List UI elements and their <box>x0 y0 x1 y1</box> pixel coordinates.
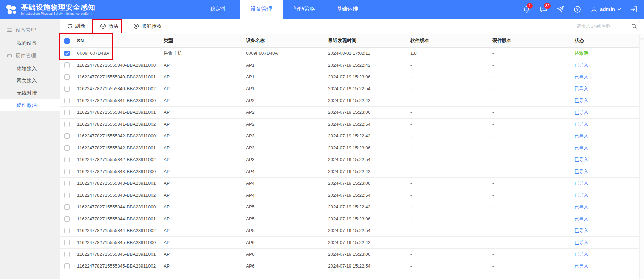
table-row[interactable]: 1162247782715555844-BBA23911002 AP AP5 2… <box>60 225 639 236</box>
revoke-label: 取消授权 <box>141 23 162 29</box>
row-checkbox[interactable] <box>64 122 70 127</box>
row-checkbox[interactable] <box>64 145 70 151</box>
status-text[interactable]: 已导入 <box>575 181 589 186</box>
row-checkbox[interactable] <box>64 252 70 257</box>
status-text[interactable]: 已导入 <box>575 74 589 79</box>
table-row[interactable]: 1162247782715555840-BBA23911001 AP AP1 2… <box>60 71 639 83</box>
notification-bell-icon[interactable]: 1 <box>523 5 531 14</box>
sidebar-item-terminal-access[interactable]: 终端接入 <box>0 62 60 75</box>
status-text[interactable]: 已导入 <box>575 228 589 233</box>
row-checkbox-cell <box>60 248 74 260</box>
status-text[interactable]: 已导入 <box>575 133 589 138</box>
row-checkbox[interactable] <box>64 181 70 186</box>
table-row[interactable]: 1162247782715555842-BBA23911000 AP AP3 2… <box>60 130 639 142</box>
status-text[interactable]: 已导入 <box>575 193 589 198</box>
row-checkbox[interactable] <box>64 86 70 92</box>
table-row[interactable]: 1162247782715555840-BBA23911000 AP AP1 2… <box>60 59 639 71</box>
table-row[interactable]: 1162247782715555845-BBA23911000 AP AP6 2… <box>60 236 639 248</box>
table-row[interactable]: 1162247782715555843-BBA23911002 AP AP4 2… <box>60 189 639 201</box>
table-row[interactable]: 1162247782715555842-BBA23911002 AP AP3 2… <box>60 154 639 166</box>
status-text[interactable]: 已导入 <box>575 216 589 221</box>
row-checkbox[interactable] <box>64 133 70 139</box>
nav-tab-device-management[interactable]: 设备管理 <box>240 0 283 19</box>
status-text[interactable]: 已导入 <box>575 98 589 103</box>
status-text[interactable]: 已导入 <box>575 62 589 68</box>
table-row[interactable]: 1162247782715555845-BBA23911002 AP AP6 2… <box>60 260 639 272</box>
vertical-scrollbar[interactable] <box>639 34 644 279</box>
search-icon[interactable] <box>631 23 637 29</box>
send-icon[interactable] <box>556 5 565 14</box>
sidebar-group-hardware-management[interactable]: 硬件管理 <box>0 49 60 62</box>
sidebar-item-hardware-activation[interactable]: 硬件激活 <box>0 99 60 111</box>
sidebar-item-wireless-access[interactable]: 无线对接 <box>0 87 60 99</box>
table-row[interactable]: 1162247782715555841-BBA23911001 AP AP2 2… <box>60 106 639 118</box>
status-text[interactable]: 已导入 <box>575 252 589 257</box>
activate-button[interactable]: 激活 <box>100 23 118 29</box>
table-row[interactable]: 1162247782715555842-BBA23911001 AP AP3 2… <box>60 142 639 154</box>
sidebar-item-gateway-access[interactable]: 网关接入 <box>0 75 60 87</box>
cell-time: 2024-07-19 15:23:06 <box>325 71 407 83</box>
row-checkbox-cell <box>60 47 74 59</box>
status-text[interactable]: 已导入 <box>575 263 589 269</box>
row-checkbox[interactable] <box>64 263 70 269</box>
cell-sw: - <box>407 177 489 189</box>
status-text[interactable]: 已导入 <box>575 145 589 150</box>
status-text[interactable]: 已导入 <box>575 110 589 115</box>
cell-name: AP1 <box>243 59 325 71</box>
help-icon[interactable]: ? <box>573 5 581 14</box>
row-checkbox[interactable] <box>64 193 70 198</box>
table-row[interactable]: 1162247782715555845-BBA23911001 AP AP6 2… <box>60 248 639 260</box>
nav-tab-smart-policy[interactable]: 智能策略 <box>283 0 326 19</box>
table-row[interactable]: 1162247782715555844-BBA23911001 AP AP5 2… <box>60 213 639 225</box>
row-checkbox[interactable] <box>64 228 70 233</box>
cell-time: 2024-07-19 15:22:54 <box>325 189 407 201</box>
cell-status: 已导入 <box>571 95 639 106</box>
row-checkbox[interactable] <box>64 204 70 210</box>
status-text[interactable]: 已导入 <box>575 240 589 245</box>
nav-tab-stability[interactable]: 稳定性 <box>197 0 240 19</box>
row-checkbox[interactable] <box>64 157 70 162</box>
status-text[interactable]: 已导入 <box>575 86 589 91</box>
sidebar-item-my-devices[interactable]: 我的设备 <box>0 37 60 49</box>
refresh-button[interactable]: 刷新 <box>67 23 85 29</box>
notification-badge: 1 <box>527 3 533 9</box>
user-menu[interactable]: admin <box>590 6 621 13</box>
cell-name: AP4 <box>243 166 325 177</box>
status-text[interactable]: 已导入 <box>575 169 589 174</box>
row-checkbox[interactable] <box>64 62 70 68</box>
table-row[interactable]: 1162247782715555841-BBA23911000 AP AP2 2… <box>60 95 639 106</box>
row-checkbox[interactable] <box>64 110 70 115</box>
table-row[interactable]: 1162247782715555843-BBA23911001 AP AP4 2… <box>60 177 639 189</box>
cell-sn: 1162247782715555843-BBA23911001 <box>74 177 160 189</box>
table-row[interactable]: 0009F607D48A 采集主机 0009F607D48A 2024-08-0… <box>60 47 639 59</box>
status-text[interactable]: 已导入 <box>575 122 589 127</box>
table-row[interactable]: 1162247782715555841-BBA23911002 AP AP2 2… <box>60 118 639 130</box>
cell-time: 2024-07-19 15:22:42 <box>325 130 407 142</box>
table-row[interactable]: 1162247782715555843-BBA23911000 AP AP4 2… <box>60 166 639 177</box>
table-row[interactable]: 1162247782715555840-BBA23911002 AP AP1 2… <box>60 83 639 95</box>
svg-text:?: ? <box>576 7 578 12</box>
status-text[interactable]: 已导入 <box>575 204 589 209</box>
status-text[interactable]: 已导入 <box>575 157 589 162</box>
table-row[interactable]: 1162247782715555844-BBA23911000 AP AP5 2… <box>60 201 639 213</box>
row-checkbox[interactable] <box>64 240 70 245</box>
nav-tab-basic-ops[interactable]: 基础运维 <box>326 0 369 19</box>
logout-icon[interactable] <box>630 5 638 14</box>
cell-status: 待激活 <box>571 47 639 59</box>
row-checkbox[interactable] <box>64 51 70 56</box>
row-checkbox[interactable] <box>64 169 70 174</box>
cell-hw: - <box>489 130 571 142</box>
row-checkbox[interactable] <box>64 98 70 103</box>
top-header: 基础设施物理安全感知 Infrastructure Physical Safet… <box>0 0 644 19</box>
revoke-authorization-button[interactable]: 取消授权 <box>133 23 162 29</box>
messages-icon[interactable]: 32 <box>539 5 548 14</box>
sidebar-group-device-management[interactable]: 设备管理 <box>0 23 60 37</box>
cell-sn: 1162247782715555842-BBA23911001 <box>74 142 160 154</box>
top-icons: 1 32 ? admin <box>523 5 644 14</box>
search-input[interactable] <box>574 24 631 29</box>
select-all-checkbox[interactable] <box>64 38 70 44</box>
status-text[interactable]: 待激活 <box>575 51 589 56</box>
cell-status: 已导入 <box>571 177 639 189</box>
row-checkbox[interactable] <box>64 216 70 222</box>
row-checkbox[interactable] <box>64 74 70 80</box>
